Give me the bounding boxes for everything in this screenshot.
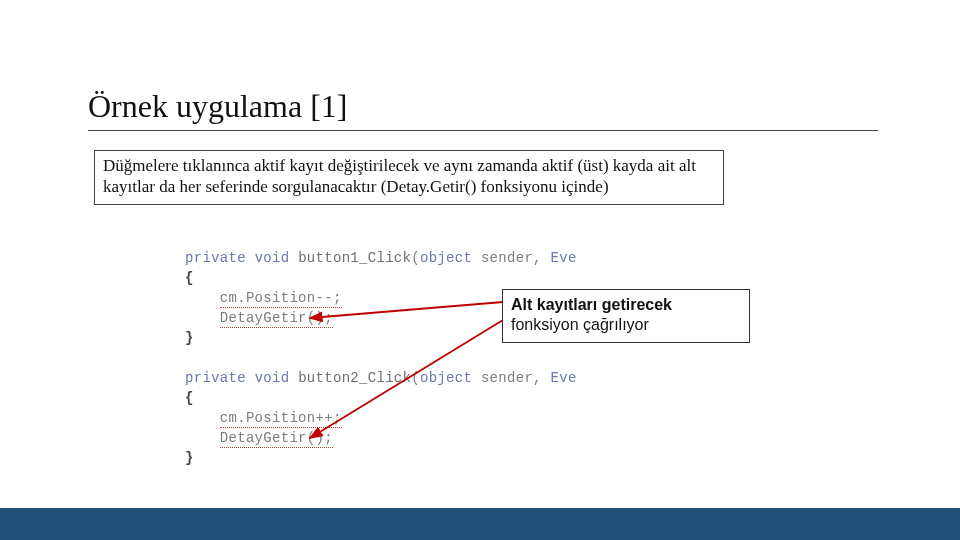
paren-open-2: ( — [411, 370, 420, 386]
keyword-private: private — [185, 250, 246, 266]
brace-close-2: } — [185, 450, 194, 466]
callout-box: Alt kayıtları getirecek fonksiyon çağrıl… — [502, 289, 750, 343]
paren-open: ( — [411, 250, 420, 266]
type-object: object — [420, 250, 472, 266]
type-eve: Eve — [551, 250, 577, 266]
brace-open-2: { — [185, 390, 194, 406]
fn2-name: button2_Click — [298, 370, 411, 386]
keyword-void: void — [255, 250, 290, 266]
brace-close-1: } — [185, 330, 194, 346]
callout-line-2: fonksiyon çağrılıyor — [511, 315, 741, 335]
stmt-detay-1: DetayGetir(); — [220, 310, 333, 328]
brace-open-1: { — [185, 270, 194, 286]
params-mid-2: sender, — [472, 370, 550, 386]
fn1-name: button1_Click — [298, 250, 411, 266]
type-eve-2: Eve — [551, 370, 577, 386]
params-mid: sender, — [472, 250, 550, 266]
slide-title: Örnek uygulama [1] — [88, 88, 347, 125]
stmt-pos-inc: cm.Position++; — [220, 410, 342, 428]
keyword-void-2: void — [255, 370, 290, 386]
keyword-private-2: private — [185, 370, 246, 386]
stmt-pos-dec: cm.Position--; — [220, 290, 342, 308]
callout-line-1: Alt kayıtları getirecek — [511, 295, 741, 315]
type-object-2: object — [420, 370, 472, 386]
footer-bar — [0, 508, 960, 540]
description-box: Düğmelere tıklanınca aktif kayıt değişti… — [94, 150, 724, 205]
stmt-detay-2: DetayGetir(); — [220, 430, 333, 448]
title-underline — [88, 130, 878, 131]
code-snippet: private void button1_Click(object sender… — [185, 248, 577, 468]
